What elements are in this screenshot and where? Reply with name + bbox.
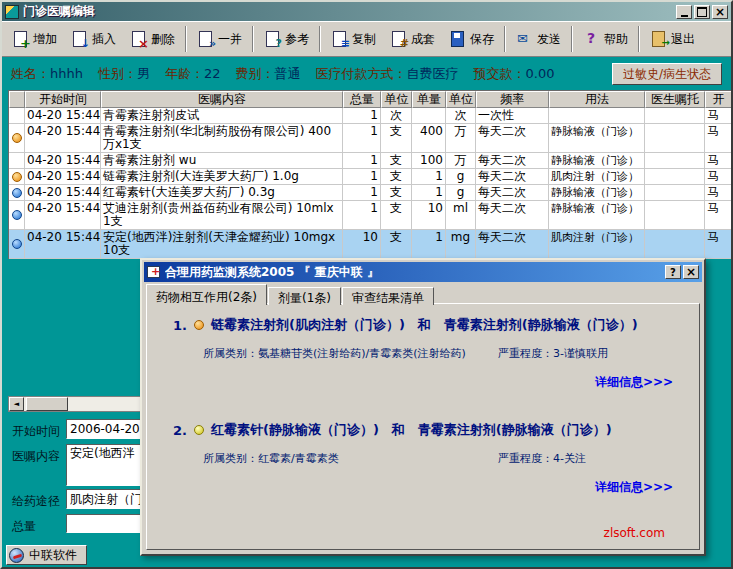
insert-button-label: 插入 (92, 31, 116, 48)
reference-button-label: 参考 (285, 31, 309, 48)
dialog-app-icon (147, 266, 160, 278)
tab-review-results[interactable]: 审查结果清单 (342, 287, 434, 305)
copy-icon (331, 31, 348, 47)
close-icon[interactable] (712, 5, 728, 19)
details-link[interactable]: 详细信息>>> (595, 479, 691, 496)
tab-dosage[interactable]: 剂量(1条) (268, 287, 341, 305)
cell-frequency: 每天二次 (476, 124, 549, 153)
cell-dose: 1 (412, 230, 446, 259)
cell-frequency: 每天二次 (476, 230, 549, 259)
maximize-icon[interactable] (694, 5, 710, 19)
merge-button[interactable]: 一并 (190, 25, 249, 53)
cell-dose-unit: ml (446, 201, 476, 230)
table-row[interactable]: 04-20 15:44 青霉素注射剂 wu 1 支 100 万 每天二次 静脉输… (9, 153, 731, 169)
title-bar[interactable]: 门诊医嘱编辑 (2, 2, 731, 21)
cell-start-time: 04-20 15:44 (25, 153, 101, 169)
reference-button[interactable]: 参考 (257, 25, 316, 53)
add-button[interactable]: 增加 (5, 25, 64, 53)
table-row[interactable]: 04-20 15:44 红霉素针(大连美罗大药厂) 0.3g 1 支 1 g 每… (9, 185, 731, 201)
cell-prescriber: 马 (705, 108, 731, 124)
category-text: 所属类别：红霉素/青霉素类 (203, 451, 339, 466)
column-header-unit: 单位 (381, 91, 412, 108)
total-input[interactable] (66, 514, 144, 533)
details-link[interactable]: 详细信息>>> (595, 374, 691, 391)
toolbar-separator (638, 26, 640, 52)
dialog-help-icon[interactable] (665, 265, 681, 279)
cell-unit: 支 (381, 124, 412, 153)
cell-route: 静脉输液（门诊） (549, 201, 645, 230)
interaction-item-2: 2. 红霉素针(静脉输液（门诊）) 和 青霉素注射剂(静脉输液（门诊）) 所属类… (155, 421, 691, 496)
save-button-label: 保存 (470, 31, 494, 48)
table-row[interactable]: 04-20 15:44 青霉素注射剂皮试 1 次 次 一次性 马 (9, 108, 731, 124)
toolbar-separator (252, 26, 254, 52)
dialog-body: 1. 链霉素注射剂(肌肉注射（门诊）) 和 青霉素注射剂(静脉输液（门诊）) 所… (146, 303, 700, 550)
cell-frequency: 每天二次 (476, 153, 549, 169)
interaction-item-1: 1. 链霉素注射剂(肌肉注射（门诊）) 和 青霉素注射剂(静脉输液（门诊）) 所… (155, 316, 691, 391)
route-label: 给药途径 (12, 493, 60, 510)
cell-dose: 1 (412, 169, 446, 185)
toolbar-separator (571, 26, 573, 52)
cell-route: 静脉输液（门诊） (549, 153, 645, 169)
cell-dose: 100 (412, 153, 446, 169)
cell-start-time: 04-20 15:44 (25, 124, 101, 153)
cell-unit: 支 (381, 153, 412, 169)
app-icon (5, 5, 19, 19)
help-button[interactable]: 帮助 (576, 25, 635, 53)
toolbar-separator (319, 26, 321, 52)
cell-route: 静脉输液（门诊） (549, 124, 645, 153)
order-grid: 开始时间 医嘱内容 总量 单位 单量 单位 频率 用法 医生嘱托 开 04-20… (8, 90, 731, 259)
patient-info-bar: 姓名：hhhh 性别：男 年龄：22 费别：普通 医疗付款方式：自费医疗 预交款… (2, 58, 731, 90)
tab-drug-interaction[interactable]: 药物相互作用(2条) (146, 284, 267, 305)
cell-dose-unit: 万 (446, 124, 476, 153)
help-icon (583, 31, 600, 47)
item-number: 1. (173, 318, 187, 333)
insert-button[interactable]: 插入 (64, 25, 123, 53)
status-ball-icon (12, 188, 22, 198)
cell-dose-unit: mg (446, 230, 476, 259)
interaction-title: 链霉素注射剂(肌肉注射（门诊）) 和 青霉素注射剂(静脉输液（门诊）) (211, 316, 638, 334)
column-header-status (9, 91, 25, 108)
dialog-close-icon[interactable] (683, 265, 699, 279)
cell-doctor-note (645, 230, 705, 259)
dialog-title-bar[interactable]: 合理用药监测系统2005 『 重庆中联 』 (144, 262, 702, 282)
table-row[interactable]: 04-20 15:44 艾迪注射剂(贵州益佰药业有限公司) 10mlx1支 1 … (9, 201, 731, 230)
scrollbar-thumb[interactable] (26, 397, 68, 411)
minimize-icon[interactable] (676, 5, 692, 19)
delete-button[interactable]: 删除 (123, 25, 182, 53)
cell-total: 1 (343, 153, 381, 169)
table-row[interactable]: 04-20 15:44 青霉素注射剂(华北制药股份有限公司) 400万x1支 1… (9, 124, 731, 153)
outpatient-order-window: 门诊医嘱编辑 增加 插入 删除 一并 参考 复制 成套 保存 发送 帮助 退出 … (0, 0, 733, 569)
copy-button-label: 复制 (352, 31, 376, 48)
cell-total: 1 (343, 185, 381, 201)
exit-button-label: 退出 (671, 31, 695, 48)
cell-dose: 1 (412, 185, 446, 201)
table-row-selected[interactable]: 04-20 15:44 安定(地西泮)注射剂(天津金耀药业) 10mgx10支 … (9, 230, 731, 259)
cell-doctor-note (645, 124, 705, 153)
scroll-left-icon[interactable]: ◄ (9, 397, 24, 411)
send-button[interactable]: 发送 (509, 25, 568, 53)
allergy-history-button[interactable]: 过敏史/病生状态 (612, 63, 722, 85)
package-button[interactable]: 成套 (383, 25, 442, 53)
interaction-title: 红霉素针(静脉输液（门诊）) 和 青霉素注射剂(静脉输液（门诊）) (211, 421, 612, 439)
toolbar-separator (504, 26, 506, 52)
copy-button[interactable]: 复制 (324, 25, 383, 53)
exit-icon (650, 31, 667, 47)
cell-start-time: 04-20 15:44 (25, 108, 101, 124)
column-header-prescriber: 开 (705, 91, 731, 108)
insert-icon (71, 31, 88, 47)
cell-dose-unit: g (446, 185, 476, 201)
item-number: 2. (173, 423, 187, 438)
status-ball-icon (12, 172, 22, 182)
status-ball-icon (12, 133, 22, 143)
cell-doctor-note (645, 201, 705, 230)
table-row[interactable]: 04-20 15:44 链霉素注射剂(大连美罗大药厂) 1.0g 1 支 1 g… (9, 169, 731, 185)
exit-button[interactable]: 退出 (643, 25, 702, 53)
send-button-label: 发送 (537, 31, 561, 48)
brand-panel: 中联软件 (6, 545, 87, 565)
cell-doctor-note (645, 108, 705, 124)
send-icon (516, 31, 533, 47)
save-button[interactable]: 保存 (442, 25, 501, 53)
cell-unit: 次 (381, 108, 412, 124)
cell-frequency: 一次性 (476, 108, 549, 124)
cell-doctor-note (645, 169, 705, 185)
